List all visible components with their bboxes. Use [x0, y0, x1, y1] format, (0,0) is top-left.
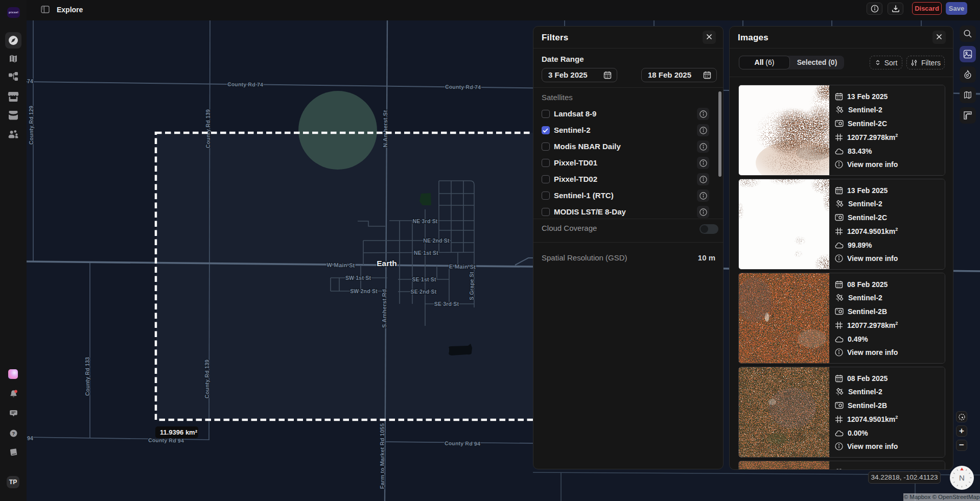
svg-text:SE 3rd St: SE 3rd St — [434, 301, 459, 307]
svg-text:W Main St: W Main St — [326, 262, 355, 269]
svg-text:SW 1st St: SW 1st St — [345, 275, 371, 281]
svg-text:County Rd 129: County Rd 129 — [28, 106, 34, 145]
svg-text:?: ? — [12, 431, 15, 436]
svg-text:County Rd 133: County Rd 133 — [84, 357, 90, 396]
svg-text:NE 2nd St: NE 2nd St — [423, 237, 450, 244]
svg-text:County Rd 94: County Rd 94 — [445, 440, 480, 446]
svg-text:Earth: Earth — [377, 259, 397, 268]
svg-text:County Rd 139: County Rd 139 — [204, 360, 210, 398]
svg-text:E Main St: E Main St — [449, 264, 476, 270]
svg-text:11.9396 km²: 11.9396 km² — [160, 428, 198, 436]
svg-text:Farm to Market Rd 1055: Farm to Market Rd 1055 — [379, 423, 385, 489]
svg-text:NE 3rd St: NE 3rd St — [412, 218, 437, 224]
svg-text:County Rd 139: County Rd 139 — [205, 109, 211, 148]
svg-text:94: 94 — [27, 435, 33, 441]
svg-text:SW 2nd St: SW 2nd St — [350, 288, 378, 294]
svg-text:County Rd 74: County Rd 74 — [227, 81, 263, 88]
svg-text:N Amherst St: N Amherst St — [382, 110, 388, 148]
svg-text:NE 1st St: NE 1st St — [414, 250, 438, 256]
svg-text:SE 2nd St: SE 2nd St — [411, 289, 437, 295]
svg-text:SE 1st St: SE 1st St — [412, 276, 436, 282]
svg-text:N: N — [959, 473, 965, 482]
svg-text:S Amherst Rd: S Amherst Rd — [381, 289, 387, 328]
svg-text:County Rd 74: County Rd 74 — [445, 84, 481, 90]
svg-text:S Grape St: S Grape St — [469, 272, 475, 300]
svg-text:74: 74 — [27, 78, 33, 84]
